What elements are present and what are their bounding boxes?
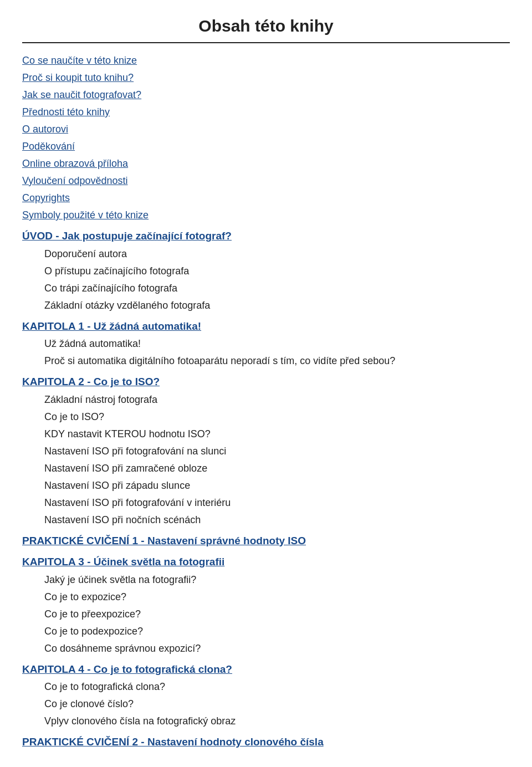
list-item[interactable]: Jak se naučit fotografovat? (22, 88, 510, 103)
chapter1-heading[interactable]: KAPITOLA 1 - Už žádná automatika! (22, 319, 510, 335)
list-item: Co je to ISO? (22, 410, 510, 425)
list-item: Už žádná automatika! (22, 336, 510, 351)
toc-top-links: Co se naučíte v této knize Proč si koupi… (22, 53, 510, 750)
list-item: Nastavení ISO při nočních scénách (22, 513, 510, 528)
chapter4-heading[interactable]: KAPITOLA 4 - Co je to fotografická clona… (22, 662, 510, 678)
list-item[interactable]: Poděkování (22, 139, 510, 154)
list-item[interactable]: Co se naučíte v této knize (22, 53, 510, 68)
list-item: Doporučení autora (22, 247, 510, 262)
chapter3-heading[interactable]: KAPITOLA 3 - Účinek světla na fotografii (22, 554, 510, 570)
list-item: O přístupu začínajícího fotografa (22, 264, 510, 279)
page-title: Obsah této knihy (22, 17, 510, 43)
list-item: Základní otázky vzdělaného fotografa (22, 298, 510, 313)
list-item: KDY nastavit KTEROU hodnotu ISO? (22, 427, 510, 442)
list-item: Nastavení ISO při fotografování na slunc… (22, 444, 510, 459)
prakticke2-heading[interactable]: PRAKTICKÉ CVIČENÍ 2 - Nastavení hodnoty … (22, 734, 510, 750)
list-item: Nastavení ISO při západu slunce (22, 478, 510, 493)
list-item: Základní nástroj fotografa (22, 392, 510, 407)
list-item: Co trápi začínajícího fotografa (22, 281, 510, 296)
list-item: Jaký je účinek světla na fotografii? (22, 572, 510, 587)
list-item: Proč si automatika digitálního fotoapará… (22, 354, 510, 369)
list-item: Co je to podexpozice? (22, 624, 510, 639)
list-item[interactable]: ÚVOD - Jak postupuje začínající fotograf… (22, 228, 510, 244)
list-item: Nastavení ISO při fotografování v interi… (22, 495, 510, 510)
prakticke1-heading[interactable]: PRAKTICKÉ CVIČENÍ 1 - Nastavení správné … (22, 533, 510, 549)
list-item: Co je clonové číslo? (22, 697, 510, 712)
list-item: Co je to expozice? (22, 590, 510, 605)
list-item: Co je to přeexpozice? (22, 607, 510, 622)
chapter2-heading[interactable]: KAPITOLA 2 - Co je to ISO? (22, 374, 510, 390)
list-item: Co dosáhneme správnou expozicí? (22, 641, 510, 656)
list-item[interactable]: O autorovi (22, 122, 510, 137)
list-item[interactable]: Proč si koupit tuto knihu? (22, 70, 510, 85)
list-item[interactable]: Symboly použité v této knize (22, 208, 510, 223)
list-item[interactable]: Copyrights (22, 191, 510, 206)
list-item[interactable]: Vyloučení odpovědnosti (22, 173, 510, 188)
list-item[interactable]: Přednosti této knihy (22, 105, 510, 120)
list-item: Co je to fotografická clona? (22, 679, 510, 694)
list-item: Nastavení ISO při zamračené obloze (22, 461, 510, 476)
list-item[interactable]: Online obrazová příloha (22, 156, 510, 171)
list-item: Vplyv clonového čísla na fotografický ob… (22, 714, 510, 729)
